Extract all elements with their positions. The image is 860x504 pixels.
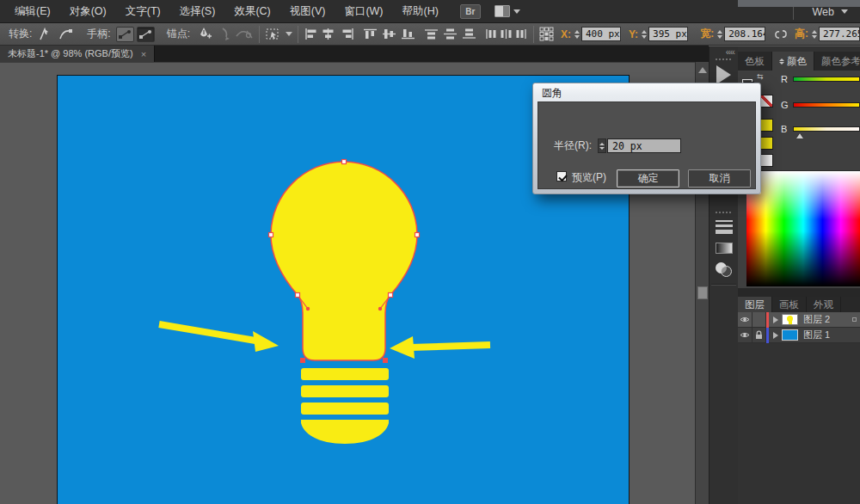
tab-color[interactable]: 颜色 — [772, 52, 814, 71]
convert-to-smooth-icon[interactable] — [58, 26, 75, 43]
visibility-toggle[interactable] — [738, 312, 752, 328]
panel-divider[interactable] — [738, 288, 860, 297]
visibility-toggle[interactable] — [738, 328, 752, 343]
menu-window[interactable]: 窗口(W) — [335, 0, 392, 23]
show-handles-toggle[interactable] — [116, 27, 134, 42]
document-tab[interactable]: 未标题-1* @ 98% (RGB/预览) × — [0, 46, 155, 62]
layer-thumbnail[interactable] — [782, 314, 798, 325]
menu-object[interactable]: 对象(O) — [60, 0, 116, 23]
blue-channel-slider[interactable] — [793, 126, 860, 132]
expand-layer-icon[interactable] — [773, 332, 778, 339]
height-stepper[interactable] — [812, 30, 817, 39]
round-corners-dialog: 圆角 半径(R): 预览(P) 确定 取消 — [532, 83, 761, 194]
y-input[interactable]: 395 px — [648, 27, 688, 41]
menu-view[interactable]: 视图(V) — [280, 0, 335, 23]
menu-select[interactable]: 选择(S) — [170, 0, 225, 23]
color-spectrum[interactable] — [746, 170, 860, 286]
preview-label: 预览(P) — [572, 170, 606, 185]
cut-path-icon[interactable] — [235, 26, 254, 43]
dialog-title[interactable]: 圆角 — [542, 86, 562, 101]
distribute-middle-icon[interactable] — [442, 26, 458, 43]
tab-layers[interactable]: 图层 — [738, 297, 772, 312]
workspace-chevron-icon[interactable] — [841, 9, 848, 14]
collapse-panels-icon[interactable]: «« — [726, 46, 734, 57]
distribute-bottom-icon[interactable] — [461, 26, 477, 43]
stroke-panel-icon[interactable] — [716, 220, 733, 237]
color-swatch-white[interactable] — [760, 154, 773, 167]
blue-slider-thumb[interactable] — [796, 133, 803, 138]
add-anchor-pen-icon[interactable] — [195, 26, 212, 43]
constrain-proportions-link-icon[interactable] — [774, 26, 788, 43]
tab-artboards[interactable]: 画板 — [772, 297, 807, 312]
align-right-icon[interactable] — [339, 26, 355, 43]
lock-toggle[interactable] — [752, 312, 766, 328]
x-input[interactable]: 400 px — [581, 27, 621, 41]
menu-effect[interactable]: 效果(C) — [224, 0, 280, 23]
x-label[interactable]: X: — [561, 28, 571, 40]
hide-handles-toggle[interactable] — [137, 27, 155, 42]
red-channel-slider[interactable] — [793, 77, 860, 82]
menu-type[interactable]: 文字(T) — [116, 0, 170, 23]
cancel-button[interactable]: 取消 — [688, 169, 751, 187]
radius-input[interactable] — [607, 138, 681, 153]
width-label[interactable]: 宽: — [700, 27, 714, 41]
distribute-top-icon[interactable] — [423, 26, 439, 43]
y-stepper[interactable] — [642, 30, 647, 39]
layer-thumbnail[interactable] — [782, 329, 798, 341]
distribute-left-icon[interactable] — [484, 26, 497, 43]
height-input[interactable]: 277.265 — [819, 27, 860, 41]
layer-name[interactable]: 图层 2 — [803, 313, 830, 326]
selection-options-chevron-icon[interactable] — [286, 32, 292, 36]
panel-drag-handle[interactable] — [716, 212, 733, 213]
align-left-icon[interactable] — [304, 26, 320, 43]
preview-checkbox[interactable] — [556, 171, 567, 181]
tab-color-guide[interactable]: 颜色参考 — [814, 52, 860, 71]
gradient-panel-icon[interactable] — [716, 243, 733, 254]
scrollbar-thumb[interactable] — [697, 286, 708, 299]
convert-to-corner-icon[interactable] — [37, 26, 54, 43]
width-input[interactable]: 208.164 — [724, 27, 765, 41]
expand-layer-icon[interactable] — [773, 317, 778, 323]
distribute-right-icon[interactable] — [515, 26, 528, 43]
align-top-icon[interactable] — [362, 26, 378, 43]
panel-cycle-icon — [779, 58, 784, 65]
layer-row[interactable]: 图层 2 — [738, 312, 860, 328]
layer-name[interactable]: 图层 1 — [803, 329, 830, 341]
y-label[interactable]: Y: — [629, 28, 638, 40]
symbols-panel-icon[interactable] — [716, 65, 731, 84]
reference-point-grid-icon[interactable] — [539, 26, 554, 43]
tab-swatches[interactable]: 色板 — [738, 52, 772, 71]
workspace-name[interactable]: Web — [813, 6, 834, 18]
height-label[interactable]: 高: — [795, 27, 808, 41]
tab-appearance[interactable]: 外观 — [807, 297, 841, 312]
swap-fill-stroke-icon[interactable]: ⇆ — [757, 72, 764, 81]
x-stepper[interactable] — [574, 30, 580, 39]
remove-anchor-pen-icon[interactable] — [216, 26, 231, 43]
ok-button[interactable]: 确定 — [617, 169, 679, 187]
layer-row[interactable]: 图层 1 — [738, 328, 860, 343]
scrollbar-up-button[interactable] — [696, 64, 710, 76]
isolate-selection-icon[interactable] — [265, 26, 284, 43]
align-bottom-icon[interactable] — [400, 26, 416, 43]
workspace-switcher-button[interactable] — [494, 5, 520, 17]
menu-help[interactable]: 帮助(H) — [393, 0, 448, 23]
toolbar-separator — [259, 26, 260, 43]
color-swatch-yellow[interactable] — [760, 137, 773, 150]
lock-toggle[interactable] — [752, 328, 766, 343]
radius-stepper[interactable] — [598, 138, 606, 153]
align-middle-vertical-icon[interactable] — [381, 26, 397, 43]
menu-edit[interactable]: 编辑(E) — [5, 0, 60, 23]
distribute-center-icon[interactable] — [500, 26, 513, 43]
bridge-icon[interactable]: Br — [460, 4, 481, 19]
none-swatch[interactable] — [760, 95, 773, 108]
close-tab-icon[interactable]: × — [141, 49, 146, 59]
transparency-panel-icon[interactable] — [716, 261, 733, 277]
align-center-horizontal-icon[interactable] — [320, 26, 336, 43]
bulb-thread-stripe — [301, 368, 389, 380]
panel-drag-handle[interactable] — [716, 58, 733, 60]
width-stepper[interactable] — [717, 30, 722, 39]
green-channel-slider[interactable] — [793, 102, 860, 108]
color-swatch-yellow[interactable] — [760, 119, 773, 132]
layer-target-indicator[interactable] — [852, 317, 857, 322]
layers-panel-tab-bar: 图层 画板 外观 — [738, 297, 860, 312]
